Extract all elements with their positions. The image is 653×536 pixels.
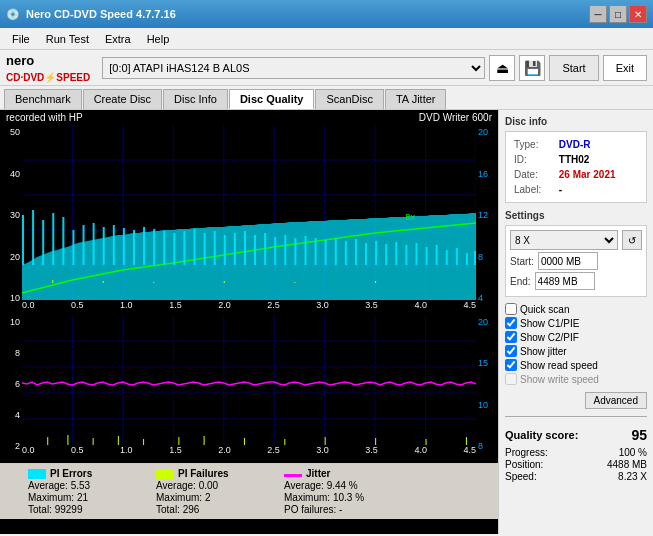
tab-disc-info[interactable]: Disc Info bbox=[163, 89, 228, 109]
disc-info-title: Disc info bbox=[505, 116, 647, 127]
tabs: Benchmark Create Disc Disc Info Disc Qua… bbox=[0, 86, 653, 110]
jitter-row[interactable]: Show jitter bbox=[505, 345, 647, 357]
svg-rect-56 bbox=[446, 250, 448, 265]
read-speed-row[interactable]: Show read speed bbox=[505, 359, 647, 371]
c1pie-checkbox[interactable] bbox=[505, 317, 517, 329]
checkboxes: Quick scan Show C1/PIE Show C2/PIF Show … bbox=[505, 303, 647, 386]
app-title: Nero CD-DVD Speed 4.7.7.16 bbox=[26, 8, 176, 20]
pi-errors-average: Average: 5.53 bbox=[28, 480, 148, 491]
divider bbox=[505, 416, 647, 417]
c1pie-row[interactable]: Show C1/PIE bbox=[505, 317, 647, 329]
tab-disc-quality[interactable]: Disc Quality bbox=[229, 89, 315, 109]
refresh-button[interactable]: ↺ bbox=[622, 230, 642, 250]
svg-rect-85 bbox=[204, 436, 205, 445]
maximize-button[interactable]: □ bbox=[609, 5, 627, 23]
jitter-checkbox[interactable] bbox=[505, 345, 517, 357]
legend-jitter: Jitter Average: 9.44 % Maximum: 10.3 % P… bbox=[284, 468, 404, 515]
close-button[interactable]: ✕ bbox=[629, 5, 647, 23]
exit-button[interactable]: Exit bbox=[603, 55, 647, 81]
quick-scan-row[interactable]: Quick scan bbox=[505, 303, 647, 315]
menu-extra[interactable]: Extra bbox=[97, 31, 139, 47]
svg-rect-64 bbox=[294, 282, 295, 283]
disc-type-value: DVD-R bbox=[557, 138, 640, 151]
svg-rect-32 bbox=[204, 233, 206, 265]
svg-rect-65 bbox=[375, 281, 376, 283]
position-value: 4488 MB bbox=[607, 459, 647, 470]
eject-button[interactable]: ⏏ bbox=[489, 55, 515, 81]
c2pif-checkbox[interactable] bbox=[505, 331, 517, 343]
svg-rect-87 bbox=[284, 439, 285, 445]
jitter-average: Average: 9.44 % bbox=[284, 480, 404, 491]
c2pif-row[interactable]: Show C2/PIF bbox=[505, 331, 647, 343]
svg-rect-46 bbox=[345, 241, 347, 265]
disc-date-value: 26 Mar 2021 bbox=[557, 168, 640, 181]
tab-create-disc[interactable]: Create Disc bbox=[83, 89, 162, 109]
quality-score-label: Quality score: bbox=[505, 429, 578, 441]
top-x-axis: 0.00.51.01.52.02.53.03.54.04.5 bbox=[22, 300, 476, 310]
svg-rect-45 bbox=[335, 238, 337, 265]
disc-info-section: Type: DVD-R ID: TTH02 Date: 26 Mar 2021 … bbox=[505, 131, 647, 203]
pi-failures-maximum: Maximum: 2 bbox=[156, 492, 276, 503]
svg-rect-61 bbox=[103, 281, 104, 283]
start-button[interactable]: Start bbox=[549, 55, 598, 81]
disc-id-value: TTH02 bbox=[557, 153, 640, 166]
end-label: End: bbox=[510, 276, 531, 287]
svg-rect-28 bbox=[163, 231, 165, 265]
svg-rect-57 bbox=[456, 248, 458, 265]
svg-rect-27 bbox=[153, 229, 155, 265]
svg-rect-82 bbox=[118, 436, 119, 445]
title-bar: 💿 Nero CD-DVD Speed 4.7.7.16 ─ □ ✕ bbox=[0, 0, 653, 28]
tab-ta-jitter[interactable]: TA Jitter bbox=[385, 89, 447, 109]
svg-rect-22 bbox=[103, 227, 105, 265]
svg-rect-36 bbox=[244, 231, 246, 265]
position-label: Position: bbox=[505, 459, 543, 470]
progress-row: Progress: 100 % bbox=[505, 447, 647, 458]
svg-rect-30 bbox=[183, 231, 185, 265]
menu-help[interactable]: Help bbox=[139, 31, 178, 47]
svg-rect-83 bbox=[143, 439, 144, 445]
drive-select[interactable]: [0:0] ATAPI iHAS124 B AL0S bbox=[102, 57, 485, 79]
svg-rect-40 bbox=[284, 235, 286, 265]
menu-run-test[interactable]: Run Test bbox=[38, 31, 97, 47]
settings-section: 8 X ↺ Start: End: bbox=[505, 225, 647, 297]
minimize-button[interactable]: ─ bbox=[589, 5, 607, 23]
svg-rect-31 bbox=[194, 229, 196, 265]
speed-label: Speed: bbox=[505, 471, 537, 482]
jitter-po-failures: PO failures: - bbox=[284, 504, 404, 515]
app-logo: nero CD·DVD⚡SPEED bbox=[6, 52, 90, 84]
quick-scan-checkbox[interactable] bbox=[505, 303, 517, 315]
read-speed-checkbox[interactable] bbox=[505, 359, 517, 371]
svg-rect-42 bbox=[304, 236, 306, 265]
bottom-chart-container: 108642 bbox=[0, 315, 498, 463]
quality-score-row: Quality score: 95 bbox=[505, 427, 647, 443]
menu-file[interactable]: File bbox=[4, 31, 38, 47]
jitter-color bbox=[284, 474, 302, 477]
svg-rect-88 bbox=[325, 437, 326, 445]
write-speed-label: Show write speed bbox=[520, 374, 599, 385]
chart-recorded-with: recorded with HP bbox=[6, 112, 83, 123]
progress-label: Progress: bbox=[505, 447, 548, 458]
tab-benchmark[interactable]: Benchmark bbox=[4, 89, 82, 109]
top-y-right: 20161284 bbox=[476, 125, 498, 315]
save-button[interactable]: 💾 bbox=[519, 55, 545, 81]
svg-rect-59 bbox=[474, 251, 476, 265]
svg-rect-41 bbox=[294, 238, 296, 265]
legend-area: PI Errors Average: 5.53 Maximum: 21 Tota… bbox=[0, 463, 498, 519]
disc-date-row: Date: 26 Mar 2021 bbox=[512, 168, 640, 181]
start-row: Start: bbox=[510, 252, 642, 270]
svg-rect-81 bbox=[93, 438, 94, 445]
svg-rect-63 bbox=[224, 281, 225, 283]
end-input[interactable] bbox=[535, 272, 595, 290]
chart-device: DVD Writer 600r bbox=[419, 112, 492, 123]
tab-scandisc[interactable]: ScanDisc bbox=[315, 89, 383, 109]
svg-rect-80 bbox=[67, 435, 68, 445]
title-bar-title: 💿 Nero CD-DVD Speed 4.7.7.16 bbox=[6, 8, 176, 21]
write-speed-row[interactable]: Show write speed bbox=[505, 373, 647, 385]
progress-section: Progress: 100 % Position: 4488 MB Speed:… bbox=[505, 447, 647, 482]
start-input[interactable] bbox=[538, 252, 598, 270]
advanced-button[interactable]: Advanced bbox=[585, 392, 647, 409]
c2pif-label: Show C2/PIF bbox=[520, 332, 579, 343]
svg-rect-62 bbox=[153, 282, 154, 283]
start-label: Start: bbox=[510, 256, 534, 267]
speed-select[interactable]: 8 X bbox=[510, 230, 618, 250]
